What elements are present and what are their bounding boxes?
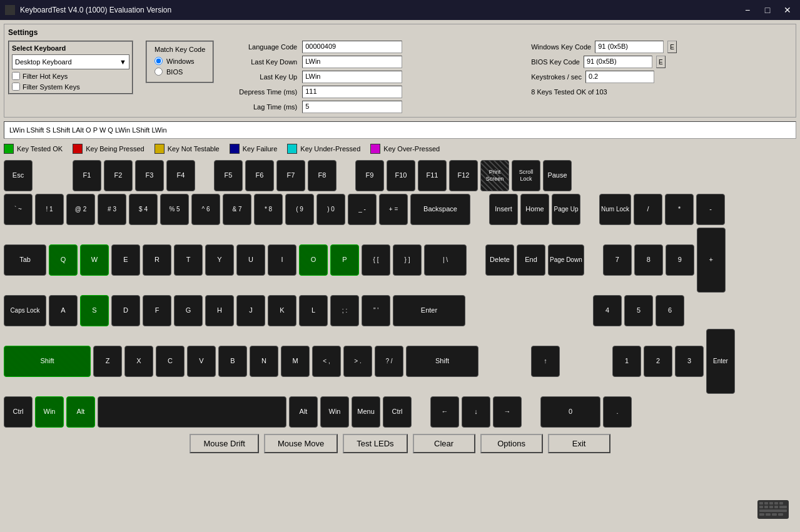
key-0[interactable]: ) 0	[316, 194, 345, 225]
key-numpad-5[interactable]: 5	[624, 295, 653, 326]
minimize-button[interactable]: −	[740, 3, 755, 18]
key-equals[interactable]: + =	[379, 194, 408, 225]
key-quote[interactable]: " '	[362, 295, 390, 326]
key-y[interactable]: Y	[205, 244, 234, 276]
key-backspace[interactable]: Backspace	[410, 194, 470, 225]
key-scroll-lock[interactable]: ScrollLock	[512, 160, 540, 191]
bios-key-code-input[interactable]: 91 (0x5B)	[584, 56, 652, 68]
key-r[interactable]: R	[143, 244, 171, 276]
keystrokes-sec-input[interactable]: 0.2	[585, 71, 654, 83]
key-b[interactable]: B	[218, 346, 247, 377]
key-m[interactable]: M	[281, 346, 310, 377]
key-home[interactable]: Home	[520, 194, 549, 225]
key-numpad-4[interactable]: 4	[593, 295, 622, 326]
key-f8[interactable]: F8	[308, 160, 337, 191]
depress-time-input[interactable]: 111	[302, 86, 402, 98]
key-period[interactable]: > .	[343, 346, 372, 377]
bios-radio[interactable]	[154, 68, 163, 76]
key-f11[interactable]: F11	[418, 160, 447, 191]
key-left-shift[interactable]: Shift	[4, 346, 91, 377]
options-button[interactable]: Options	[480, 434, 543, 453]
key-numpad-6[interactable]: 6	[656, 295, 684, 326]
key-h[interactable]: H	[205, 295, 234, 326]
key-numpad-minus[interactable]: -	[696, 194, 725, 225]
key-f9[interactable]: F9	[355, 160, 384, 191]
key-backtick[interactable]: ` ~	[4, 194, 33, 225]
mouse-drift-button[interactable]: Mouse Drift	[190, 434, 258, 453]
key-g[interactable]: G	[174, 295, 203, 326]
key-9[interactable]: ( 9	[285, 194, 314, 225]
key-t[interactable]: T	[174, 244, 203, 276]
filter-system-keys-checkbox[interactable]	[12, 83, 20, 91]
bios-key-code-e-button[interactable]: E	[656, 56, 666, 68]
key-k[interactable]: K	[268, 295, 296, 326]
key-7[interactable]: & 7	[223, 194, 251, 225]
key-2[interactable]: @ 2	[66, 194, 95, 225]
key-numpad-8[interactable]: 8	[634, 244, 663, 276]
key-f3[interactable]: F3	[135, 160, 164, 191]
key-slash[interactable]: ? /	[375, 346, 403, 377]
key-z[interactable]: Z	[93, 346, 122, 377]
key-page-up[interactable]: Page Up	[552, 194, 580, 225]
key-left-win[interactable]: Win	[35, 396, 64, 428]
key-f10[interactable]: F10	[387, 160, 415, 191]
key-space[interactable]	[98, 396, 286, 428]
key-insert[interactable]: Insert	[489, 194, 518, 225]
key-numpad-3[interactable]: 3	[675, 346, 704, 377]
key-left-ctrl[interactable]: Ctrl	[4, 396, 33, 428]
key-numpad-7[interactable]: 7	[603, 244, 632, 276]
key-5[interactable]: % 5	[160, 194, 189, 225]
key-arrow-up[interactable]: ↑	[531, 346, 560, 377]
windows-radio[interactable]	[154, 57, 163, 65]
key-backslash[interactable]: | \	[424, 244, 467, 276]
key-right-alt[interactable]: Alt	[289, 396, 318, 428]
key-v[interactable]: V	[187, 346, 216, 377]
key-semicolon[interactable]: ; :	[330, 295, 359, 326]
key-page-down[interactable]: Page Down	[548, 244, 584, 276]
key-print-screen[interactable]: PrintScreen	[480, 160, 509, 191]
key-4[interactable]: $ 4	[129, 194, 158, 225]
key-menu[interactable]: Menu	[352, 396, 380, 428]
mouse-move-button[interactable]: Mouse Move	[264, 434, 338, 453]
key-f6[interactable]: F6	[245, 160, 274, 191]
key-enter[interactable]: Enter	[393, 295, 465, 326]
key-f5[interactable]: F5	[214, 160, 243, 191]
last-key-up-input[interactable]: LWin	[302, 71, 402, 83]
key-num-lock[interactable]: Num Lock	[599, 194, 631, 225]
key-numpad-enter[interactable]: Enter	[706, 329, 735, 394]
key-c[interactable]: C	[156, 346, 185, 377]
key-numpad-dot[interactable]: .	[603, 396, 632, 428]
key-1[interactable]: ! 1	[35, 194, 64, 225]
key-numpad-star[interactable]: *	[665, 194, 694, 225]
key-right-bracket[interactable]: } ]	[393, 244, 422, 276]
windows-key-code-input[interactable]: 91 (0x5B)	[595, 41, 664, 53]
lag-time-input[interactable]: 5	[302, 101, 402, 113]
key-8[interactable]: * 8	[254, 194, 283, 225]
key-right-win[interactable]: Win	[320, 396, 349, 428]
key-i[interactable]: I	[268, 244, 296, 276]
key-e[interactable]: E	[111, 244, 140, 276]
key-numpad-0[interactable]: 0	[540, 396, 600, 428]
windows-key-code-e-button[interactable]: E	[667, 41, 677, 53]
key-u[interactable]: U	[236, 244, 265, 276]
exit-button[interactable]: Exit	[548, 434, 610, 453]
language-code-input[interactable]: 00000409	[302, 41, 402, 53]
key-o[interactable]: O	[299, 244, 328, 276]
last-key-down-input[interactable]: LWin	[302, 56, 402, 68]
key-numpad-2[interactable]: 2	[644, 346, 672, 377]
key-f1[interactable]: F1	[73, 160, 101, 191]
key-l[interactable]: L	[299, 295, 328, 326]
key-d[interactable]: D	[111, 295, 140, 326]
keyboard-dropdown[interactable]: Desktop Keyboard ▼	[12, 54, 129, 69]
key-w[interactable]: W	[80, 244, 109, 276]
key-left-alt[interactable]: Alt	[66, 396, 95, 428]
key-delete[interactable]: Delete	[485, 244, 514, 276]
key-f2[interactable]: F2	[104, 160, 133, 191]
key-f12[interactable]: F12	[449, 160, 478, 191]
key-right-ctrl[interactable]: Ctrl	[383, 396, 412, 428]
key-arrow-right[interactable]: →	[493, 396, 522, 428]
key-arrow-left[interactable]: ←	[430, 396, 459, 428]
key-numpad-plus[interactable]: +	[697, 228, 726, 293]
key-s[interactable]: S	[80, 295, 109, 326]
filter-hot-keys-checkbox[interactable]	[12, 72, 20, 80]
